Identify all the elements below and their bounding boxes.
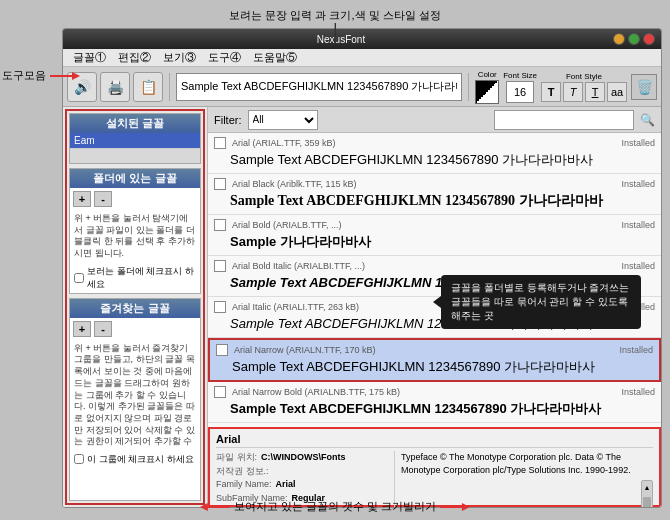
font-status-arial: Installed xyxy=(621,138,655,148)
close-button[interactable] xyxy=(643,33,655,45)
font-checkbox-arial-narrow[interactable] xyxy=(216,344,228,356)
folder-header: 폴더에 있는 글꼴 xyxy=(70,169,200,188)
font-entry-arial-bold[interactable]: Arial Bold (ARIALB.TTF, ...) Installed S… xyxy=(208,215,661,256)
font-checkbox-arial-narrow-bold[interactable] xyxy=(214,386,226,398)
window-controls xyxy=(613,33,655,45)
font-list: Arial (ARIAL.TTF, 359 kB) Installed Samp… xyxy=(208,133,661,427)
folder-remove-btn[interactable]: - xyxy=(94,191,112,207)
info-key-copyright: 저작권 정보.: xyxy=(216,465,269,479)
style-aa-btn[interactable]: aa xyxy=(607,82,627,102)
font-preview-arial-narrow: Sample Text ABCDEFGHIJKLMN 1234567890 가나… xyxy=(216,358,653,376)
font-preview-arial-narrow-bold: Sample Text ABCDEFGHIJKLMN 1234567890 가나… xyxy=(214,400,655,418)
font-meta-arial-narrow-bold: Arial Narrow Bold (ARIALNB.TTF, 175 kB) … xyxy=(214,386,655,398)
info-key-family: Family Name: xyxy=(216,478,272,492)
toolbar-separator-2 xyxy=(468,73,469,101)
font-preview-arial-black: Sample Text ABCDEFGHIJKLMN 1234567890 가나… xyxy=(214,192,655,210)
svg-marker-5 xyxy=(200,503,208,511)
style-bold-btn[interactable]: T xyxy=(541,82,561,102)
copyright-text: Typeface © The Monotype Corporation plc.… xyxy=(401,451,653,476)
font-entry-arial-narrow[interactable]: Arial Narrow (ARIALN.TTF, 170 kB) Instal… xyxy=(208,338,661,382)
style-underline-btn[interactable]: T xyxy=(585,82,605,102)
filter-bar: Filter: All Installed Folder Favorites 🔍 xyxy=(208,107,661,133)
toolbar-icon-2[interactable]: 🖨️ xyxy=(100,72,130,102)
left-panel-callout: 설치된 글꼴 Eam 폴더에 있는 글꼴 + - 위 + 버튼을 눌러서 탐색기… xyxy=(65,109,205,505)
folder-description: 위 + 버튼을 눌러서 탐색기에서 글꼴 파일이 있는 폴더를 더블클릭 한 뒤… xyxy=(70,210,200,263)
font-meta-arial: Arial (ARIAL.TTF, 359 kB) Installed xyxy=(214,137,655,149)
menu-item-help[interactable]: 도움말⑤ xyxy=(247,49,303,67)
favorites-section: 즐겨찾는 글꼴 + - 위 + 버튼을 눌러서 즐겨찾기 그룹을 만들고, 하단… xyxy=(69,298,201,501)
preview-input[interactable] xyxy=(176,73,462,101)
scroll-bar-right[interactable]: ▲ ▼ xyxy=(641,480,653,507)
minimize-button[interactable] xyxy=(613,33,625,45)
font-preview-arial-bold: Sample 가나다라마바사 xyxy=(214,233,655,251)
right-panel: Filter: All Installed Folder Favorites 🔍 xyxy=(208,107,661,507)
content-area: 설치된 글꼴 Eam 폴더에 있는 글꼴 + - 위 + 버튼을 눌러서 탐색기… xyxy=(63,107,661,507)
folder-controls: + - xyxy=(70,188,200,210)
fav-add-btn[interactable]: + xyxy=(73,321,91,337)
menu-item-font[interactable]: 글꼴① xyxy=(67,49,112,67)
svg-marker-2 xyxy=(72,72,80,80)
font-checkbox-arial-bold[interactable] xyxy=(214,219,226,231)
info-key-path: 파일 위치: xyxy=(216,451,257,465)
filter-select[interactable]: All Installed Folder Favorites xyxy=(248,110,318,130)
installed-list-item[interactable]: Eam xyxy=(70,133,200,149)
installed-section: 설치된 글꼴 Eam xyxy=(69,113,201,164)
font-entry-arial[interactable]: Arial (ARIAL.TTF, 359 kB) Installed Samp… xyxy=(208,133,661,174)
fav-description: 위 + 버튼을 눌러서 즐겨찾기 그룹을 만들고, 하단의 글꼴 목록에서 보이… xyxy=(70,340,200,451)
fav-controls: + - xyxy=(70,318,200,340)
search-icon: 🔍 xyxy=(640,113,655,127)
font-name-arial-bold: Arial Bold (ARIALB.TTF, ...) xyxy=(232,220,615,230)
toolbar-icons: 🔊 🖨️ 📋 xyxy=(67,72,163,102)
font-name-arial-black: Arial Black (Ariblk.TTF, 115 kB) xyxy=(232,179,615,189)
folder-add-btn[interactable]: + xyxy=(73,191,91,207)
favorites-header: 즐겨찾는 글꼴 xyxy=(70,299,200,318)
main-window: NexusFont 글꼴① 편집② 보기③ 도구④ 도움말⑤ 🔊 🖨️ 📋 Co… xyxy=(62,28,662,508)
menu-item-view[interactable]: 보기③ xyxy=(157,49,202,67)
menu-item-tools[interactable]: 도구④ xyxy=(202,49,247,67)
tooltip-balloon: 글꼴을 폴더별로 등록해두거나 즐겨쓰는 글꼴들을 따로 묶어서 관리 할 수 … xyxy=(441,275,641,329)
font-preview-arial: Sample Text ABCDEFGHIJKLMN 1234567890 가나… xyxy=(214,151,655,169)
font-name-arial-narrow-bold: Arial Narrow Bold (ARIALNB.TTF, 175 kB) xyxy=(232,387,615,397)
style-italic-btn[interactable]: T xyxy=(563,82,583,102)
menu-item-edit[interactable]: 편집② xyxy=(112,49,157,67)
bottom-label: 보여지고 있는 글꼴의 갯수 및 크기빌리기 xyxy=(234,499,436,514)
left-annotation: 도구모음 xyxy=(2,68,80,83)
fav-checkbox-label: 이 그룹에 체크표시 하세요 xyxy=(87,453,194,466)
fav-remove-btn[interactable]: - xyxy=(94,321,112,337)
info-val-path: C:\WINDOWS\Fonts xyxy=(261,451,346,465)
bottom-annotation: 보여지고 있는 글꼴의 갯수 및 크기빌리기 xyxy=(200,499,470,514)
color-label: Color xyxy=(478,70,497,79)
info-panel: Arial 파일 위치: C:\WINDOWS\Fonts 저작권 정보.: F… xyxy=(208,427,661,507)
maximize-button[interactable] xyxy=(628,33,640,45)
info-row-path: 파일 위치: C:\WINDOWS\Fonts xyxy=(216,451,384,465)
menu-bar: 글꼴① 편집② 보기③ 도구④ 도움말⑤ xyxy=(63,49,661,67)
toolbar-separator-1 xyxy=(169,73,170,101)
font-size-input[interactable]: 16 xyxy=(506,81,534,103)
font-status-arial-narrow-bold: Installed xyxy=(621,387,655,397)
folder-checkbox[interactable] xyxy=(74,273,84,283)
font-name-arial-narrow: Arial Narrow (ARIALN.TTF, 170 kB) xyxy=(234,345,613,355)
font-meta-arial-bold: Arial Bold (ARIALB.TTF, ...) Installed xyxy=(214,219,655,231)
installed-list: Eam xyxy=(70,133,200,163)
font-meta-arial-narrow: Arial Narrow (ARIALN.TTF, 170 kB) Instal… xyxy=(216,344,653,356)
installed-header: 설치된 글꼴 xyxy=(70,114,200,133)
font-meta-arial-black: Arial Black (Ariblk.TTF, 115 kB) Install… xyxy=(214,178,655,190)
clear-button[interactable]: 🗑️ xyxy=(631,74,657,100)
font-style-label: Font Style xyxy=(566,72,602,81)
font-checkbox-arial[interactable] xyxy=(214,137,226,149)
left-panel: 설치된 글꼴 Eam 폴더에 있는 글꼴 + - 위 + 버튼을 눌러서 탐색기… xyxy=(63,107,208,507)
filter-label: Filter: xyxy=(214,114,242,126)
svg-marker-8 xyxy=(462,503,470,511)
fav-checkbox[interactable] xyxy=(74,454,84,464)
color-picker[interactable] xyxy=(475,80,499,104)
font-checkbox-arial-black[interactable] xyxy=(214,178,226,190)
info-row-copyright: 저작권 정보.: xyxy=(216,465,384,479)
font-entry-arial-black[interactable]: Arial Black (Ariblk.TTF, 115 kB) Install… xyxy=(208,174,661,215)
font-entry-arial-narrow-bold[interactable]: Arial Narrow Bold (ARIALNB.TTF, 175 kB) … xyxy=(208,382,661,423)
font-checkbox-arial-italic[interactable] xyxy=(214,301,226,313)
info-panel-title: Arial xyxy=(216,433,653,448)
search-input[interactable] xyxy=(494,110,634,130)
toolbar-icon-3[interactable]: 📋 xyxy=(133,72,163,102)
font-status-arial-black: Installed xyxy=(621,179,655,189)
font-checkbox-arial-bold-italic[interactable] xyxy=(214,260,226,272)
